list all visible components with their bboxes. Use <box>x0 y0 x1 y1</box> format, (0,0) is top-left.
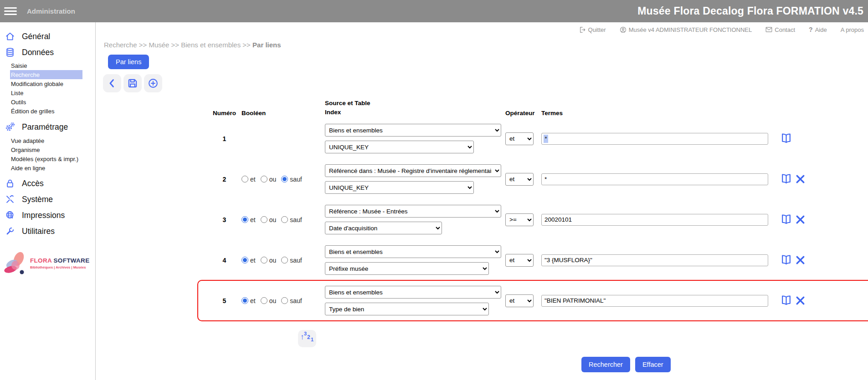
terms-input-row5[interactable] <box>541 295 768 307</box>
search-criteria-form: Numéro Booléen Source et Table Index Opé… <box>207 99 868 372</box>
sidebar-item-aide-en-ligne[interactable]: Aide en ligne <box>10 163 82 172</box>
book-icon <box>780 133 792 144</box>
sidebar-item-impressions[interactable]: Impressions <box>0 208 95 223</box>
source-select-row4[interactable]: Biens et ensembles <box>325 245 501 258</box>
index-select-row5[interactable]: Type de bien <box>325 303 489 315</box>
apropos-link[interactable]: A propos <box>841 26 864 33</box>
radio-sauf[interactable]: sauf <box>281 216 302 223</box>
header-operateur: Opérateur <box>500 110 541 117</box>
sidebar-item-parametrage[interactable]: Paramétrage <box>0 119 95 135</box>
source-select-row3[interactable]: Référence : Musée - Entrées <box>325 205 501 218</box>
radio-ou[interactable]: ou <box>261 176 277 183</box>
sidebar-item-modeles[interactable]: Modèles (exports & impr.) <box>10 154 82 163</box>
contact-link[interactable]: Contact <box>765 26 795 33</box>
terms-input-row1[interactable] <box>541 133 768 145</box>
operator-select-row3[interactable]: >= <box>505 213 534 226</box>
save-icon <box>127 77 139 89</box>
index-select-row3[interactable]: Date d'acquisition <box>325 222 442 234</box>
aide-link[interactable]: ? Aide <box>809 26 827 33</box>
remove-row-button-row5[interactable] <box>795 295 806 306</box>
sidebar-item-donnees[interactable]: Données <box>0 45 95 60</box>
logo-software-text: SOFTWARE <box>54 257 90 264</box>
source-select-row1[interactable]: Biens et ensembles <box>325 124 501 137</box>
wrench-icon <box>4 226 16 236</box>
criterion-row-1: 1 Biens et ensembles UNIQUE_KEY et * <box>207 124 868 153</box>
sidebar-item-saisie[interactable]: Saisie <box>10 61 82 70</box>
index-select-row4[interactable]: Préfixe musée <box>325 262 489 275</box>
back-button[interactable] <box>103 74 121 92</box>
rechercher-button[interactable]: Rechercher <box>581 357 630 372</box>
terms-input-row2[interactable] <box>541 173 768 185</box>
row-number: 3 <box>207 216 241 223</box>
sidebar-item-utilitaires[interactable]: Utilitaires <box>0 224 95 238</box>
source-select-row2[interactable]: Référencé dans : Musée - Registre d'inve… <box>325 164 501 177</box>
operator-select-row5[interactable]: et <box>505 294 534 307</box>
term-lookup-button-row3[interactable] <box>780 214 792 225</box>
save-button[interactable] <box>123 74 142 92</box>
source-select-row5[interactable]: Biens et ensembles <box>325 286 501 299</box>
hamburger-menu-icon[interactable] <box>4 5 17 17</box>
radio-et[interactable]: et <box>241 216 256 223</box>
term-lookup-button-row4[interactable] <box>780 254 792 266</box>
home-icon <box>4 31 16 41</box>
row-number: 5 <box>207 297 241 304</box>
sort-criteria-button[interactable]: 3 ↑ 2 1 <box>298 330 316 347</box>
sidebar-item-outils[interactable]: Outils <box>10 97 82 106</box>
sidebar-item-acces[interactable]: Accès <box>0 176 95 191</box>
remove-icon <box>795 214 806 225</box>
remove-row-button-row2[interactable] <box>795 173 806 185</box>
index-select-row2[interactable]: UNIQUE_KEY <box>325 181 474 194</box>
header-termes: Termes <box>541 110 775 117</box>
row-number: 2 <box>207 176 241 183</box>
remove-icon <box>795 295 806 306</box>
sidebar-item-recherche[interactable]: Recherche <box>10 70 82 79</box>
index-select-row1[interactable]: UNIQUE_KEY <box>325 141 474 153</box>
logo-subtitle: Bibliothèques | Archives | Musées <box>30 265 89 269</box>
sidebar-item-vue-adaptee[interactable]: Vue adaptée <box>10 136 82 145</box>
header-source-index: Source et Table Index <box>325 99 500 117</box>
remove-row-button-row4[interactable] <box>795 254 806 266</box>
radio-et[interactable]: et <box>241 176 256 183</box>
radio-sauf[interactable]: sauf <box>281 257 302 264</box>
radio-sauf[interactable]: sauf <box>281 176 302 183</box>
term-lookup-button-row5[interactable] <box>780 295 792 306</box>
sidebar-item-modification-globale[interactable]: Modification globale <box>10 79 82 88</box>
boolean-cell: et ou sauf <box>241 257 325 264</box>
form-actions: Rechercher Effacer <box>581 357 868 372</box>
radio-ou[interactable]: ou <box>261 216 277 223</box>
remove-icon <box>795 173 806 185</box>
operator-select-row1[interactable]: et <box>505 132 534 145</box>
gears-icon <box>4 122 16 132</box>
header-booleen: Booléen <box>241 110 325 117</box>
remove-icon <box>795 254 806 266</box>
sidebar-item-organisme[interactable]: Organisme <box>10 145 82 154</box>
row-number: 4 <box>207 257 241 264</box>
operator-select-row4[interactable]: et <box>505 254 534 267</box>
remove-row-button-row3[interactable] <box>795 214 806 225</box>
tab-par-liens[interactable]: Par liens <box>108 55 149 69</box>
criterion-row-3: 3 et ou sauf Référence : Musée - Entrées… <box>207 205 868 234</box>
sort-numeric-icon: 3 <box>304 331 307 336</box>
sidebar-item-edition-de-grilles[interactable]: Édition de grilles <box>10 106 82 116</box>
term-lookup-button-row2[interactable] <box>780 173 792 185</box>
radio-et[interactable]: et <box>241 297 256 304</box>
terms-input-row4[interactable] <box>541 254 768 266</box>
effacer-button[interactable]: Effacer <box>635 357 671 372</box>
add-criterion-button[interactable] <box>144 74 162 92</box>
radio-et[interactable]: et <box>241 257 256 264</box>
sidebar-item-systeme[interactable]: Système <box>0 192 95 207</box>
sidebar-item-liste[interactable]: Liste <box>10 88 82 97</box>
quitter-link[interactable]: Quitter <box>579 26 606 33</box>
user-icon <box>620 26 627 33</box>
logout-icon <box>579 26 586 33</box>
term-lookup-button-row1[interactable] <box>780 133 792 144</box>
user-link[interactable]: Musée v4 ADMINISTRATEUR FONCTIONNEL <box>620 26 752 33</box>
radio-sauf[interactable]: sauf <box>281 297 302 304</box>
operator-select-row2[interactable]: et <box>505 173 534 186</box>
logo-flora-text: FLORA <box>30 257 52 264</box>
sidebar-item-general[interactable]: Général <box>0 29 95 44</box>
radio-ou[interactable]: ou <box>261 257 277 264</box>
terms-input-row3[interactable] <box>541 214 768 226</box>
radio-ou[interactable]: ou <box>261 297 277 304</box>
breadcrumb-current: Par liens <box>252 41 281 49</box>
